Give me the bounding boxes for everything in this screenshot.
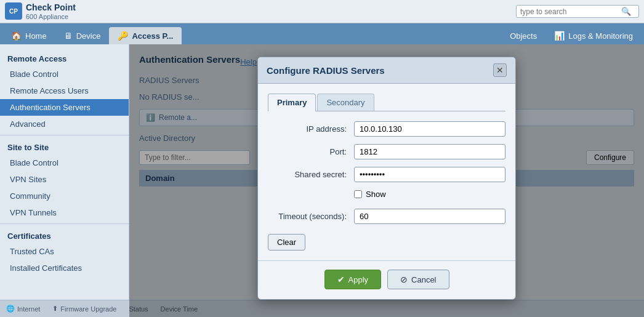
access-icon: 🔑	[118, 31, 128, 41]
content-area: Authentication Servers Help RADIUS Serve…	[129, 44, 644, 317]
secret-input[interactable]	[354, 167, 505, 182]
logs-icon: 📊	[554, 31, 565, 41]
tab-logs[interactable]: 📊 Logs & Monitoring	[545, 27, 642, 44]
ip-address-row: IP address:	[268, 121, 505, 137]
sidebar-item-advanced[interactable]: Advanced	[0, 116, 129, 132]
bottom-firmware: ⬆ Firmware Upgrade	[52, 305, 116, 313]
dialog-header: Configure RADIUS Servers ✕	[258, 57, 515, 84]
show-checkbox-row: Show	[268, 190, 505, 199]
sidebar-item-blade-control-site[interactable]: Blade Control	[0, 154, 129, 171]
sidebar-section-remote-access: Remote Access	[0, 49, 129, 66]
tab-home[interactable]: 🏠 Home	[2, 27, 55, 44]
search-icon: 🔍	[621, 7, 631, 16]
ip-address-input[interactable]	[354, 121, 505, 137]
sidebar-section-certificates: Certificates	[0, 227, 129, 243]
sidebar: Remote Access Blade Control Remote Acces…	[0, 44, 129, 317]
app-logo-icon: CP	[5, 2, 22, 20]
tab-secondary[interactable]: Secondary	[317, 94, 374, 111]
clear-button[interactable]: Clear	[268, 234, 305, 251]
timeout-row: Timeout (seconds):	[268, 209, 505, 224]
apply-icon: ✔	[337, 275, 345, 284]
port-input[interactable]	[354, 144, 505, 159]
tab-access[interactable]: 🔑 Access P...	[109, 27, 182, 44]
tab-objects[interactable]: Objects	[501, 27, 545, 44]
app-logo: CP Check Point 600 Appliance	[5, 2, 76, 20]
sidebar-item-blade-control-remote[interactable]: Blade Control	[0, 66, 129, 82]
sidebar-divider-2	[0, 223, 129, 224]
sidebar-item-vpn-sites[interactable]: VPN Sites	[0, 171, 129, 188]
show-label[interactable]: Show	[366, 190, 386, 199]
nav-tabs: 🏠 Home 🖥 Device 🔑 Access P... Objects 📊 …	[0, 23, 644, 44]
home-icon: 🏠	[11, 31, 22, 41]
sidebar-item-community[interactable]: Community	[0, 188, 129, 204]
port-label: Port:	[268, 147, 354, 156]
sidebar-item-installed-certificates[interactable]: Installed Certificates	[0, 260, 129, 276]
sidebar-item-remote-access-users[interactable]: Remote Access Users	[0, 82, 129, 99]
firmware-icon: ⬆	[52, 305, 58, 313]
ip-label: IP address:	[268, 124, 354, 134]
secret-label: Shared secret:	[268, 170, 354, 179]
tab-device[interactable]: 🖥 Device	[55, 27, 110, 44]
show-checkbox[interactable]	[354, 190, 362, 198]
app-title-line2: 600 Appliance	[26, 13, 76, 20]
top-bar: CP Check Point 600 Appliance 🔍	[0, 0, 644, 23]
timeout-label: Timeout (seconds):	[268, 212, 354, 221]
sidebar-section-site-to-site: Site to Site	[0, 138, 129, 154]
search-input[interactable]	[520, 7, 619, 16]
dialog-close-button[interactable]: ✕	[493, 63, 507, 77]
secret-row: Shared secret:	[268, 167, 505, 182]
dialog-body: Primary Secondary IP address: Port: Shar…	[258, 84, 515, 260]
cancel-icon: ⊘	[400, 275, 408, 284]
app-title-line1: Check Point	[26, 2, 76, 13]
configure-radius-dialog: Configure RADIUS Servers ✕ Primary Secon…	[257, 57, 516, 300]
apply-button[interactable]: ✔ Apply	[324, 270, 382, 289]
internet-icon: 🌐	[6, 305, 15, 313]
timeout-input[interactable]	[354, 209, 505, 224]
dialog-tabs: Primary Secondary	[268, 94, 505, 111]
sidebar-item-trusted-cas[interactable]: Trusted CAs	[0, 243, 129, 260]
tab-primary[interactable]: Primary	[268, 94, 316, 111]
sidebar-item-authentication-servers[interactable]: Authentication Servers	[0, 99, 129, 116]
device-icon: 🖥	[64, 31, 73, 41]
dialog-title: Configure RADIUS Servers	[267, 65, 385, 76]
dialog-footer: ✔ Apply ⊘ Cancel	[258, 260, 515, 299]
cancel-button[interactable]: ⊘ Cancel	[387, 270, 449, 289]
port-row: Port:	[268, 144, 505, 159]
main-layout: Remote Access Blade Control Remote Acces…	[0, 44, 644, 317]
bottom-internet: 🌐 Internet	[6, 305, 40, 313]
sidebar-item-vpn-tunnels[interactable]: VPN Tunnels	[0, 204, 129, 221]
search-bar[interactable]: 🔍	[516, 5, 639, 18]
sidebar-divider-1	[0, 135, 129, 135]
